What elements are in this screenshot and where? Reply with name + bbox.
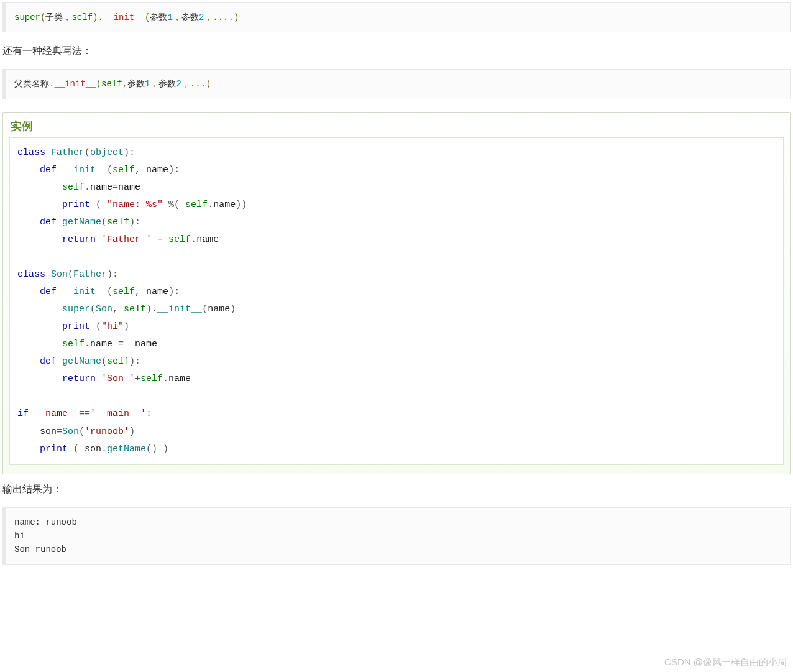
code-token [57,287,62,297]
code-token: getName [107,444,146,454]
code-token: ) [124,321,129,332]
punct: . [98,12,103,22]
code-token: name [90,339,112,349]
code-token [17,304,62,315]
code-token: self [62,339,85,349]
code-token: self [185,200,208,210]
code-token: __init__ [62,287,107,297]
code-token [96,234,101,245]
code-token [57,356,62,367]
code-token: ( [96,321,101,332]
code-snippet-parent-init: 父类名称.__init__(self,参数1，参数2，...) [2,69,791,99]
punct: ， [204,12,213,22]
code-token: if [17,408,29,419]
code-token: self [112,287,135,297]
code-line: def getName(self): [10,353,783,371]
code-token: name [213,200,236,210]
code-token: . [191,234,196,245]
code-token: , [112,304,124,315]
code-token: ) [129,426,135,437]
code-token: __init__ [157,304,202,315]
code-token [90,321,96,332]
code-token: __init__ [62,165,107,175]
text: 参数 [127,79,145,89]
code-token: ): [129,356,140,367]
code-token: ): [168,287,180,297]
code-token: Father [51,147,85,158]
code-token: = [112,182,118,193]
paragraph-classic-syntax: 还有一种经典写法： [2,45,791,58]
code-token: . [208,200,213,210]
code-token: name [146,287,168,297]
code-token: class [17,269,45,280]
code-token: name [168,374,191,384]
example-heading: 实例 [3,113,790,137]
code-token: Father [73,269,107,280]
code-snippet-super: super(子类，self).__init__(参数1，参数2，....) [2,2,791,32]
code-token: () ) [146,444,168,454]
punct: ... [190,79,206,89]
paragraph-output-label: 输出结果为： [2,483,791,496]
code-token: 'Son ' [101,374,135,384]
code-token: "name: %s" [107,200,163,210]
code-token: name [208,304,230,315]
code-token: . [163,374,168,384]
text: 参数 [181,12,199,22]
code-token: getName [62,217,101,228]
code-line: self.name=name [10,179,783,196]
code-line: print ( son.getName() ) [10,441,783,458]
example-box: 实例 class Father(object): def __init__(se… [2,112,791,474]
text: 参数 [158,79,176,89]
code-line [10,388,783,405]
code-token: '__main__' [90,408,146,419]
code-token: 'runoob' [85,426,129,437]
code-token: ): [168,165,180,175]
code-token: son [40,426,57,437]
code-token: print [62,321,90,332]
code-token [45,269,51,280]
code-token [45,147,51,158]
code-token: self [107,356,129,367]
code-token [90,200,96,210]
code-token: , [135,287,146,297]
text: 子类 [45,12,63,22]
code-token: self [168,234,191,245]
code-token: self [107,217,129,228]
code-token: ( [202,304,208,315]
code-token: name [196,234,219,245]
code-token: ). [146,304,157,315]
code-token: == [79,408,90,419]
code-token: : [146,408,152,419]
code-line: def __init__(self, name): [10,283,783,301]
code-token: return [62,374,96,384]
code-token: def [40,165,57,175]
code-token: name [118,182,140,193]
code-token [96,374,101,384]
code-token: super [62,304,90,315]
code-token [112,339,118,349]
code-token [17,339,62,349]
code-token: ) [230,304,236,315]
keyword-self: self [71,12,93,22]
code-token: def [40,217,57,228]
code-token: ( [68,269,73,280]
code-token: self [112,165,135,175]
code-token: getName [62,356,101,367]
code-token [68,444,73,454]
code-token: = [57,426,62,437]
code-token [17,321,62,332]
code-token: + [157,234,168,245]
code-token: . [85,339,90,349]
code-token: ( [79,426,85,437]
code-token: self [124,304,146,315]
code-token: ( [85,147,90,158]
code-token [29,408,34,419]
code-token: = [118,339,124,349]
code-token: ( [90,304,96,315]
code-token: son [85,444,101,454]
punct: .... [213,12,234,22]
code-token: ( [107,165,112,175]
code-token: "hi" [101,321,124,332]
code-token [17,182,62,193]
code-token: self [62,182,85,193]
